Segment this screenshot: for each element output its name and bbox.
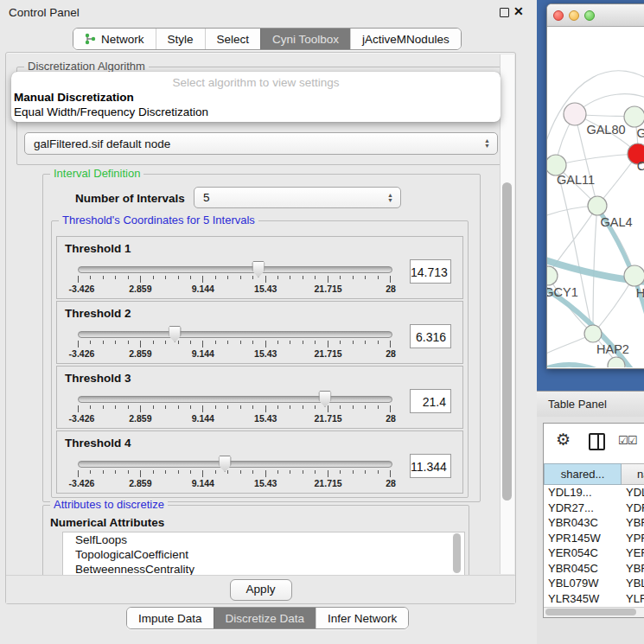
- close-traffic-light-icon[interactable]: [553, 10, 564, 21]
- node-label: GAL11: [557, 173, 595, 187]
- scrollbar-thumb[interactable]: [502, 182, 512, 501]
- apply-button[interactable]: Apply: [230, 579, 292, 601]
- attributes-scrollbar[interactable]: [452, 532, 462, 576]
- table-row[interactable]: YDL19...YDL1: [544, 485, 644, 501]
- number-of-intervals-combobox[interactable]: 5 ▲▼: [194, 187, 401, 208]
- network-node[interactable]: [584, 325, 602, 342]
- table-cell: YLR3: [622, 591, 644, 607]
- slider-track[interactable]: [78, 461, 392, 468]
- numerical-attributes-list[interactable]: SelfLoopsTopologicalCoefficientBetweenne…: [62, 532, 465, 577]
- slider-track[interactable]: [78, 396, 392, 403]
- control-panel-titlebar: Control Panel ✕: [0, 0, 537, 24]
- control-panel: Control Panel ✕ Network Style Se: [0, 0, 537, 644]
- tab-impute-data[interactable]: Impute Data: [127, 608, 214, 628]
- dropdown-option-equal-width[interactable]: Equal Width/Frequency Discretization: [14, 105, 208, 118]
- column-header-shared-name[interactable]: shared...: [544, 463, 622, 485]
- tick-label: 15.43: [254, 478, 277, 488]
- threshold-label: Threshold 1: [65, 242, 131, 255]
- network-node[interactable]: [588, 196, 607, 215]
- zoom-traffic-light-icon[interactable]: [584, 10, 595, 21]
- network-highlight-edge: [547, 365, 608, 367]
- select-columns-icon[interactable]: ☑☑: [618, 434, 636, 447]
- network-node[interactable]: [564, 103, 586, 125]
- tab-discretize-data[interactable]: Discretize Data: [214, 608, 316, 628]
- bottom-tab-bar: Impute Data Discretize Data Infer Networ…: [126, 607, 409, 629]
- threshold-value-input[interactable]: 14.713: [410, 259, 451, 284]
- table-cell: YBR0: [622, 561, 644, 577]
- tick-label: 28: [386, 413, 396, 424]
- network-node[interactable]: [547, 266, 558, 285]
- table-cell: YDL1: [622, 485, 644, 501]
- column-header-name[interactable]: na: [622, 463, 644, 485]
- threshold-label: Threshold 3: [65, 372, 131, 385]
- table-horizontal-scrollbar[interactable]: [544, 607, 644, 617]
- tab-select[interactable]: Select: [205, 29, 261, 49]
- network-window-titlebar: [547, 4, 644, 27]
- tab-style[interactable]: Style: [156, 29, 205, 49]
- table-cell: YPR1: [622, 531, 644, 546]
- close-icon[interactable]: ✕: [513, 4, 524, 18]
- table-row[interactable]: YBR043CYBR0: [544, 515, 644, 531]
- tab-network[interactable]: Network: [73, 29, 156, 49]
- table-cell: YLR345W: [544, 591, 622, 607]
- tick-label: 15.43: [254, 413, 277, 424]
- table-row[interactable]: YPR145WYPR1: [544, 531, 644, 546]
- combobox-value: 5: [203, 191, 210, 204]
- attribute-item[interactable]: SelfLoops: [63, 532, 464, 547]
- slider-track[interactable]: [78, 266, 392, 273]
- group-title: Attributes to discretize: [50, 498, 168, 511]
- network-node[interactable]: [624, 265, 644, 286]
- table-data-combobox[interactable]: galFiltered.sif default node ▲▼: [24, 132, 498, 155]
- slider-tick-labels: -3.4262.8599.14415.4321.71528: [78, 348, 391, 360]
- dropdown-option-manual[interactable]: Manual Discretization: [14, 91, 134, 104]
- table-cell: YPR145W: [544, 531, 622, 546]
- network-node[interactable]: [624, 106, 644, 127]
- tab-label: Select: [217, 33, 250, 46]
- scrollbar-thumb[interactable]: [453, 533, 461, 573]
- threshold-value-input[interactable]: 21.4: [410, 389, 451, 413]
- node-label: C: [637, 159, 644, 173]
- table-row[interactable]: YLR345WYLR3: [544, 591, 644, 607]
- network-canvas[interactable]: GAL80GACGAL11GAL4GCY1HHAP2: [547, 27, 644, 367]
- threshold-value-input[interactable]: 6.316: [410, 324, 451, 348]
- scrollbar-thumb[interactable]: [545, 609, 636, 615]
- tick-label: 9.144: [192, 478, 214, 488]
- tick-label: 28: [386, 478, 396, 488]
- tab-label: Style: [168, 33, 194, 46]
- table-row[interactable]: YBL079WYBL0: [544, 576, 644, 591]
- tick-label: -3.426: [69, 348, 95, 359]
- tick-label: 15.43: [254, 348, 277, 359]
- threshold-row: Threshold 1-3.4262.8599.14415.4321.71528…: [56, 236, 463, 299]
- split-columns-icon[interactable]: [589, 433, 605, 450]
- tick-label: 2.859: [129, 348, 151, 359]
- attributes-group: Attributes to discretize Numerical Attri…: [42, 505, 469, 580]
- minimize-traffic-light-icon[interactable]: [569, 10, 579, 21]
- tab-cyni-toolbox[interactable]: Cyni Toolbox: [260, 29, 350, 49]
- network-window: GAL80GACGAL11GAL4GCY1HHAP2: [546, 3, 644, 369]
- node-label: H: [636, 286, 644, 300]
- slider-track[interactable]: [78, 331, 392, 338]
- tick-label: 2.859: [129, 478, 151, 488]
- tick-label: 21.715: [315, 348, 342, 359]
- table-cell: YDR2: [622, 501, 644, 516]
- panel-scrollbar[interactable]: [500, 54, 514, 574]
- tick-label: -3.426: [69, 478, 95, 488]
- table-cell: YER054C: [544, 545, 622, 561]
- combobox-arrows-icon: ▲▼: [387, 193, 393, 203]
- gear-icon[interactable]: ⚙: [556, 430, 571, 450]
- table-row[interactable]: YBR045CYBR0: [544, 561, 644, 577]
- tab-infer-network[interactable]: Infer Network: [316, 608, 408, 628]
- tab-jactivemnodules[interactable]: jActiveMNodules: [350, 29, 461, 49]
- network-desktop: GAL80GACGAL11GAL4GCY1HHAP2: [537, 0, 644, 391]
- tick-label: 21.715: [315, 413, 342, 424]
- threshold-value-input[interactable]: 11.344: [410, 454, 451, 478]
- table-row[interactable]: YDR27...YDR2: [544, 501, 644, 516]
- node-label: HAP2: [596, 342, 629, 356]
- slider-tick-labels: -3.4262.8599.14415.4321.71528: [78, 413, 391, 424]
- float-window-icon[interactable]: [500, 8, 509, 17]
- apply-strip: Apply: [6, 575, 515, 603]
- panel-title: Control Panel: [9, 6, 80, 19]
- slider-ticks: [78, 276, 391, 283]
- table-row[interactable]: YER054CYER0: [544, 545, 644, 561]
- attribute-item[interactable]: TopologicalCoefficient: [63, 547, 464, 562]
